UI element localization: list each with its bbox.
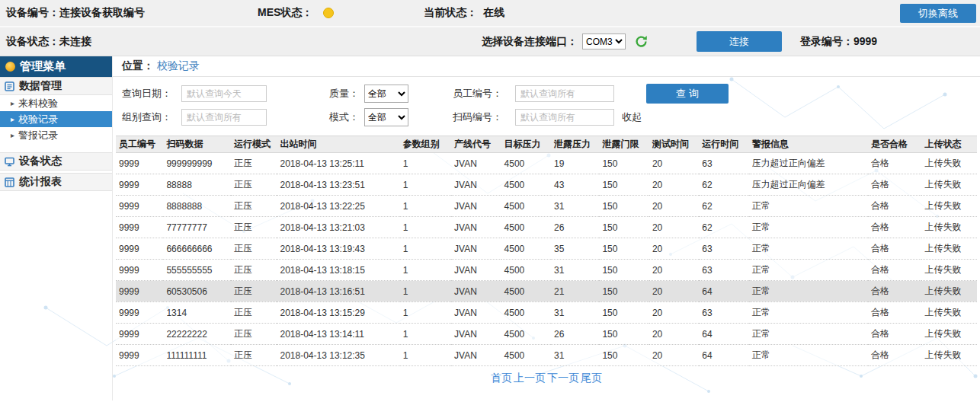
switch-offline-button[interactable]: 切换离线 xyxy=(900,4,976,23)
table-cell: 31 xyxy=(551,196,599,217)
filter-row-1: 查询日期： 质量： 全部 员工编号： 查询 xyxy=(122,84,980,104)
pagination-first-link[interactable]: 首页 xyxy=(491,372,512,384)
table-cell: 压力超过正向偏差 xyxy=(749,153,868,174)
table-cell: 4500 xyxy=(501,174,551,196)
table-cell: 20 xyxy=(649,174,699,196)
refresh-icon[interactable] xyxy=(635,35,648,48)
table-cell: 1 xyxy=(400,238,451,260)
sidebar-item-data-management[interactable]: 数据管理 xyxy=(0,77,112,95)
table-row[interactable]: 999977777777正压2018-04-13 13:21:031JVAN45… xyxy=(116,217,977,238)
breadcrumb: 位置： 校验记录 xyxy=(113,56,980,77)
top-status-bar: 设备编号：连接设备获取编号 MES状态： 当前状态： 在线 切换离线 xyxy=(0,0,980,27)
table-header-cell: 运行时间 xyxy=(699,136,748,153)
table-cell: 150 xyxy=(599,238,649,260)
table-cell: 正常 xyxy=(749,281,868,302)
table-cell: 21 xyxy=(551,281,599,302)
table-cell: 88888 xyxy=(163,174,231,196)
table-cell: 正压 xyxy=(231,281,277,302)
table-cell: 9999 xyxy=(116,196,163,217)
table-cell: 20 xyxy=(649,260,699,281)
sidebar-item-device-status[interactable]: 设备状态 xyxy=(0,152,112,171)
table-cell: 上传失败 xyxy=(921,238,977,260)
table-cell: 111111111 xyxy=(163,345,231,366)
table-cell: 合格 xyxy=(868,153,921,174)
table-row[interactable]: 999922222222正压2018-04-13 13:14:111JVAN45… xyxy=(116,324,977,345)
table-header-cell: 上传状态 xyxy=(921,136,977,153)
table-header-cell: 员工编号 xyxy=(116,136,163,153)
mode-select[interactable]: 全部 xyxy=(364,108,408,126)
table-cell: 2018-04-13 13:23:51 xyxy=(277,174,399,196)
table-cell: 合格 xyxy=(868,281,921,302)
table-header-cell: 警报信息 xyxy=(749,136,868,153)
chevron-right-icon: ▸ xyxy=(11,131,14,139)
table-cell: 1 xyxy=(400,260,451,281)
pagination-last-link[interactable]: 尾页 xyxy=(581,372,602,384)
table-row[interactable]: 9999999999999正压2018-04-13 13:25:111JVAN4… xyxy=(116,153,977,174)
sidebar-item-incoming-inspection[interactable]: ▸ 来料校验 xyxy=(0,95,112,111)
table-cell: 上传失败 xyxy=(921,324,977,345)
table-row[interactable]: 9999666666666正压2018-04-13 13:19:431JVAN4… xyxy=(116,238,977,260)
table-cell: 150 xyxy=(599,281,649,302)
table-cell: 1 xyxy=(400,302,451,324)
table-cell: 合格 xyxy=(868,345,921,366)
table-row[interactable]: 9999555555555正压2018-04-13 13:18:151JVAN4… xyxy=(116,260,977,281)
scan-code-input[interactable] xyxy=(515,109,614,126)
breadcrumb-current-link[interactable]: 校验记录 xyxy=(157,59,200,73)
query-button[interactable]: 查询 xyxy=(646,84,729,104)
table-cell: 正压 xyxy=(231,238,277,260)
table-cell: 9999 xyxy=(116,217,163,238)
table-row[interactable]: 9999111111111正压2018-04-13 13:12:351JVAN4… xyxy=(116,345,977,366)
table-cell: 4500 xyxy=(501,281,551,302)
connect-button[interactable]: 连接 xyxy=(697,31,782,52)
table-row[interactable]: 99998888888正压2018-04-13 13:22:251JVAN450… xyxy=(116,196,977,217)
sidebar-item-statistics-report[interactable]: 统计报表 xyxy=(0,173,112,191)
table-row[interactable]: 999960530506正压2018-04-13 13:16:511JVAN45… xyxy=(116,281,977,302)
table-header-cell: 参数组别 xyxy=(400,136,451,153)
sidebar-group-label: 统计报表 xyxy=(19,175,62,189)
table-cell: 1 xyxy=(400,281,451,302)
table-cell: 63 xyxy=(699,302,748,324)
table-cell: 合格 xyxy=(868,238,921,260)
table-row[interactable]: 99991314正压2018-04-13 13:15:291JVAN450031… xyxy=(116,302,977,324)
table-cell: 上传失败 xyxy=(921,196,977,217)
table-cell: 4500 xyxy=(501,196,551,217)
table-cell: 4500 xyxy=(501,153,551,174)
table-cell: 合格 xyxy=(868,260,921,281)
table-cell: JVAN xyxy=(451,196,501,217)
records-table: 员工编号扫码数据运行模式出站时间参数组别产线代号目标压力泄露压力泄露门限测试时间… xyxy=(116,136,977,366)
pagination: 首页上一页下一页尾页 xyxy=(113,372,980,385)
pagination-next-link[interactable]: 下一页 xyxy=(547,372,579,384)
table-cell: 2018-04-13 13:19:43 xyxy=(277,238,399,260)
device-status-icon xyxy=(5,157,14,167)
sidebar-title: 管理菜单 xyxy=(0,56,112,77)
table-cell: 上传失败 xyxy=(921,217,977,238)
pagination-prev-link[interactable]: 上一页 xyxy=(514,372,546,384)
table-cell: 1 xyxy=(400,324,451,345)
quality-select[interactable]: 全部 xyxy=(364,85,408,103)
table-cell: 9999 xyxy=(116,302,163,324)
sidebar-item-calibration-records[interactable]: ▸ 校验记录 xyxy=(0,111,112,127)
table-cell: 合格 xyxy=(868,302,921,324)
menu-circle-icon xyxy=(5,62,15,72)
collapse-link[interactable]: 收起 xyxy=(622,110,642,124)
table-cell: 9999 xyxy=(116,260,163,281)
port-select[interactable]: COM3 xyxy=(582,34,626,49)
table-cell: 上传失败 xyxy=(921,281,977,302)
table-cell: 26 xyxy=(551,217,599,238)
table-cell: 正压 xyxy=(231,153,277,174)
table-header-cell: 扫码数据 xyxy=(163,136,231,153)
sidebar-item-alarm-records[interactable]: ▸ 警报记录 xyxy=(0,127,112,143)
device-number-label: 设备编号：连接设备获取编号 xyxy=(6,6,145,20)
login-number-label: 登录编号：9999 xyxy=(800,35,877,49)
mode-label: 模式： xyxy=(329,110,364,124)
group-query-input[interactable] xyxy=(181,109,267,126)
table-cell: 1 xyxy=(400,196,451,217)
employee-number-input[interactable] xyxy=(515,85,614,102)
sidebar: 管理菜单 数据管理 ▸ 来料校验 ▸ 校验记录 ▸ 警报记录 设备状态 xyxy=(0,56,113,400)
table-cell: 150 xyxy=(599,153,649,174)
query-date-input[interactable] xyxy=(181,85,267,102)
table-row[interactable]: 999988888正压2018-04-13 13:23:511JVAN45004… xyxy=(116,174,977,196)
main-panel: 位置： 校验记录 查询日期： 质量： 全部 员工编号： 查询 组别查询： 模式： xyxy=(113,56,980,400)
table-cell: 1314 xyxy=(163,302,231,324)
table-cell: 正常 xyxy=(749,324,868,345)
